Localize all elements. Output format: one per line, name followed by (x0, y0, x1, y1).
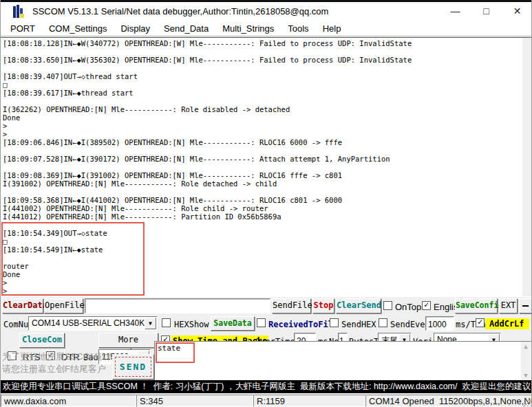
send-every-checkbox[interactable] (379, 318, 387, 327)
more-settings-button[interactable]: More Settings (98, 333, 158, 348)
control-panel: ClearData OpenFile SendFile Stop ClearSe… (1, 296, 532, 380)
send-text-area[interactable]: state ▲ ▼ (154, 341, 531, 381)
close-button[interactable]: ✕ (502, 2, 532, 21)
com-port-value: COM14 USB-SERIAL CH340K (32, 318, 145, 328)
received-to-file-checkbox[interactable] (257, 318, 266, 327)
terminal-line: I(391002) OPENTHREAD:[N] Mle-----------:… (3, 179, 522, 188)
promo-line-1: 为了更好地发展SSCOM软件 (2, 351, 116, 363)
resize-grip[interactable] (523, 397, 532, 407)
ontop-checkbox[interactable] (383, 301, 392, 310)
ext-button[interactable]: EXT (499, 298, 518, 314)
received-to-file-label[interactable]: ReceivedToFile (268, 320, 338, 329)
clear-data-button[interactable]: ClearData (2, 298, 43, 314)
terminal-line: [18:08:18.128]IN←◆W(340772) OPENTHREAD:[… (3, 39, 522, 47)
status-port-info: COM14 Opened 115200bps,8,1,None,None (365, 395, 532, 407)
menu-display[interactable]: Display (114, 21, 157, 36)
terminal-line: [18:09:58.368]IN←◆I(441002) OPENTHREAD:[… (3, 196, 522, 204)
save-data-button[interactable]: SaveData (211, 316, 255, 331)
terminal-line: [18:08:39.407]OUT→◇thread start (3, 72, 522, 80)
log-annotation-rectangle (1, 222, 145, 296)
scroll-down-icon[interactable]: ▼ (522, 371, 530, 380)
send-text-annotation-rectangle (156, 342, 195, 363)
status-received-count: R:1159 (253, 395, 365, 407)
status-website[interactable]: www.daxia.com (1, 395, 136, 407)
com-port-select[interactable]: COM14 USB-SERIAL CH340K ▼ (28, 316, 158, 331)
save-config-button[interactable]: SaveConfig (455, 298, 498, 314)
english-checkbox[interactable]: ✓ (422, 301, 431, 310)
chevron-down-icon[interactable]: ▼ (145, 318, 156, 329)
minimize-button[interactable]: — (440, 2, 471, 21)
promo-line-2: 请您注册嘉立创F结尾客户 (2, 363, 106, 375)
add-crlf-checkbox[interactable]: ✓ (476, 318, 485, 327)
check-icon: ✓ (478, 317, 482, 327)
terminal-line: □ (3, 80, 522, 89)
terminal-line (3, 47, 522, 56)
add-crlf-label[interactable]: AddCrLf (485, 318, 529, 329)
terminal-line: > (3, 130, 522, 138)
send-hex-label[interactable]: SendHEX (341, 320, 376, 329)
sscom-window: SSCOM V5.13.1 Serial/Net data debugger,A… (0, 0, 532, 407)
marquee-bar: 欢迎使用专业串口调试工具SSCOM ！ 作者: 习小猛(丁丁) ，大虾电子网版主… (1, 380, 532, 393)
clear-send-button[interactable]: ClearSend (336, 298, 381, 314)
terminal-line: > (3, 122, 522, 130)
menu-port[interactable]: PORT (3, 21, 42, 36)
send-file-button[interactable]: SendFile (272, 298, 311, 314)
check-icon: ✓ (424, 300, 429, 309)
menu-com-settings[interactable]: COM_Settings (42, 21, 114, 36)
hexshow-checkbox[interactable] (162, 318, 171, 327)
terminal-line: [18:09:07.528]IN←◆I(390172) OPENTHREAD:[… (3, 155, 522, 163)
app-icon (13, 5, 25, 18)
window-title: SSCOM V5.13.1 Serial/Net data debugger,A… (32, 6, 328, 16)
send-area-scrollbar[interactable]: ▲ ▼ (521, 342, 531, 380)
terminal-line: [18:09:06.846]IN←◆I(389502) OPENTHREAD:[… (3, 138, 522, 146)
terminal-line: Done (3, 113, 522, 122)
menu-send-data[interactable]: Send_Data (157, 21, 215, 36)
stop-button[interactable]: Stop (312, 298, 334, 314)
terminal-line (3, 146, 522, 155)
terminal-scrollbar[interactable] (522, 38, 532, 296)
send-hex-checkbox[interactable] (330, 318, 339, 327)
close-com-button[interactable]: CloseCom (19, 333, 65, 348)
send-button[interactable]: SEND (112, 354, 154, 380)
send-button-label: SEND (115, 357, 151, 377)
menu-tools[interactable]: Tools (281, 21, 315, 36)
status-bar: www.daxia.com S:345 R:1159 COM14 Opened … (1, 393, 532, 407)
receive-log-area[interactable]: [18:08:18.128]IN←◆W(340772) OPENTHREAD:[… (1, 37, 532, 296)
terminal-line (3, 188, 522, 196)
maximize-button[interactable]: □ (471, 2, 502, 21)
menu-multi-strings[interactable]: Multi_Strings (215, 21, 281, 36)
send-interval-input[interactable]: 1000 (425, 316, 454, 331)
terminal-line: [18:08:39.617]IN←◆thread start (3, 89, 522, 97)
terminal-line: [18:08:33.650]IN←◆W(356302) OPENTHREAD:[… (3, 56, 522, 64)
terminal-line (3, 97, 522, 105)
status-sent-count: S:345 (136, 395, 253, 407)
terminal-line: I(441002) OPENTHREAD:[N] Mle-----------:… (3, 204, 522, 212)
filename-input[interactable] (85, 298, 270, 314)
ontop-label[interactable]: OnTop (395, 302, 421, 312)
terminal-line: I(362262) OPENTHREAD:[N] Mle-----------:… (3, 105, 522, 113)
hexshow-label[interactable]: HEXShow (174, 320, 209, 329)
title-bar: SSCOM V5.13.1 Serial/Net data debugger,A… (1, 2, 532, 21)
scroll-up-icon[interactable]: ▲ (522, 342, 530, 351)
collapse-panel-button[interactable]: — (519, 298, 532, 314)
terminal-line: I(441012) OPENTHREAD:[N] Mle-----------:… (3, 212, 522, 221)
menu-help[interactable]: Help (316, 21, 348, 36)
open-file-button[interactable]: OpenFile (44, 298, 83, 314)
menu-bar: PORT COM_Settings Display Send_Data Mult… (1, 21, 532, 36)
terminal-line: [18:09:08.369]IN←◆I(391002) OPENTHREAD:[… (3, 171, 522, 179)
terminal-line (3, 64, 522, 72)
terminal-line (3, 163, 522, 171)
